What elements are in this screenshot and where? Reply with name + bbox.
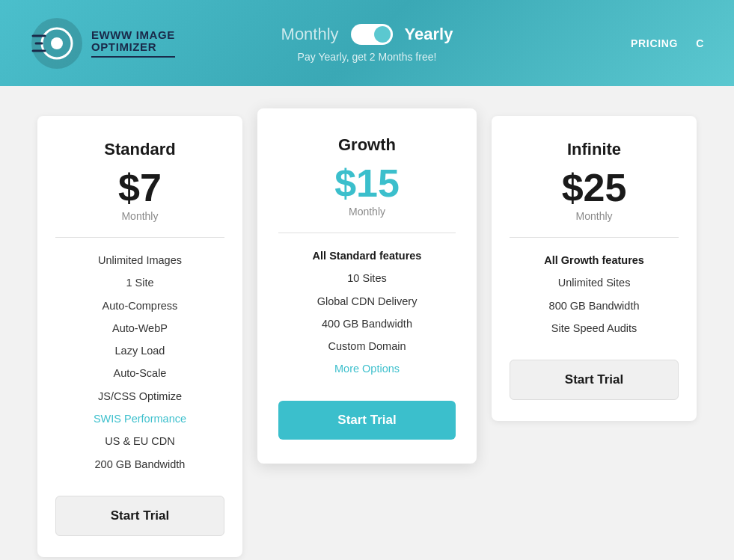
logo-icon [30,16,84,70]
plan-price-growth: $15 [334,164,400,203]
nav-other[interactable]: C [696,37,704,49]
yearly-label: Yearly [405,25,453,44]
plan-name-standard: Standard [104,140,175,159]
plan-price-infinite: $25 [562,168,627,207]
divider-infinite [510,237,679,238]
feature-standard-7[interactable]: SWIS Performance [55,411,224,426]
monthly-label: Monthly [281,25,339,44]
logo-text-line2: OPTIMIZER [91,41,175,54]
feature-standard-9: 200 GB Bandwidth [55,457,224,472]
feature-infinite-2: 800 GB Bandwidth [510,298,679,313]
plan-period-infinite: Monthly [576,210,613,222]
feature-standard-3: Auto-WebP [55,321,224,336]
plan-period-growth: Monthly [349,206,385,218]
start-trial-infinite[interactable]: Start Trial [510,360,679,400]
feature-infinite-3: Site Speed Audits [510,321,679,336]
nav-links: PRICING C [631,37,704,49]
features-list-standard: Unlimited Images 1 Site Auto-Compress Au… [55,253,224,472]
feature-growth-3: 400 GB Bandwidth [278,316,456,331]
plan-card-infinite: Infinite $25 Monthly All Growth features… [492,116,697,421]
feature-standard-5: Auto-Scale [55,366,224,381]
feature-standard-4: Lazy Load [55,343,224,358]
feature-growth-5[interactable]: More Options [278,361,456,376]
logo-text-line1: EWWW IMAGE [91,29,175,42]
feature-standard-6: JS/CSS Optimize [55,389,224,404]
yearly-promo-text: Pay Yearly, get 2 Months free! [298,51,437,63]
pricing-section: Standard $7 Monthly Unlimited Images 1 S… [0,86,734,560]
features-list-infinite: All Growth features Unlimited Sites 800 … [510,253,679,336]
plan-name-growth: Growth [338,135,396,155]
start-trial-growth[interactable]: Start Trial [278,401,456,440]
feature-infinite-1: Unlimited Sites [510,275,679,290]
header: EWWW IMAGE OPTIMIZER Monthly Yearly Pay … [0,0,734,86]
feature-standard-0: Unlimited Images [55,253,224,268]
plan-period-standard: Monthly [121,210,158,222]
feature-infinite-0: All Growth features [510,253,679,268]
plan-name-infinite: Infinite [567,140,621,159]
nav-pricing[interactable]: PRICING [631,37,678,49]
feature-growth-0: All Standard features [278,248,456,263]
plan-card-standard: Standard $7 Monthly Unlimited Images 1 S… [37,116,242,557]
billing-toggle-area: Monthly Yearly Pay Yearly, get 2 Months … [281,24,453,63]
logo-area: EWWW IMAGE OPTIMIZER [30,16,175,70]
feature-standard-2: Auto-Compress [55,298,224,313]
svg-point-2 [51,37,63,49]
start-trial-standard[interactable]: Start Trial [55,496,224,536]
billing-toggle[interactable] [351,24,393,45]
divider-growth [278,233,456,233]
feature-standard-1: 1 Site [55,275,224,290]
plan-price-standard: $7 [118,168,162,207]
plan-card-growth: Growth $15 Monthly All Standard features… [257,108,477,464]
feature-growth-4: Custom Domain [278,339,456,354]
feature-growth-2: Global CDN Delivery [278,294,456,309]
toggle-knob [374,26,391,43]
features-list-growth: All Standard features 10 Sites Global CD… [278,248,456,377]
divider-standard [55,237,224,238]
feature-growth-1: 10 Sites [278,271,456,286]
feature-standard-8: US & EU CDN [55,434,224,449]
